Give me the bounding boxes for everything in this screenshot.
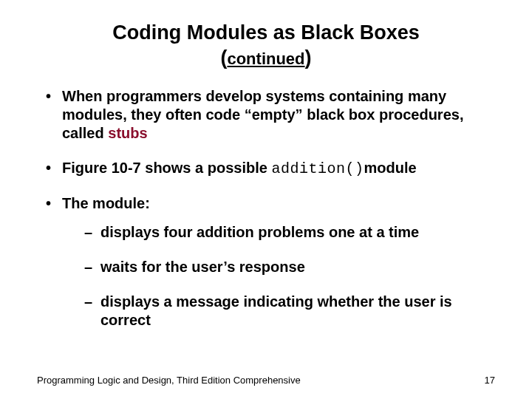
sub-2-text: waits for the user’s response xyxy=(100,259,305,275)
slide: Coding Modules as Black Boxes (continued… xyxy=(0,0,532,399)
footer-text: Programming Logic and Design, Third Edit… xyxy=(37,375,301,386)
page-number: 17 xyxy=(485,375,495,386)
slide-footer: Programming Logic and Design, Third Edit… xyxy=(37,375,495,386)
bullet-item-2: Figure 10-7 shows a possible addition()m… xyxy=(41,159,495,178)
subtitle-word: continued xyxy=(227,50,304,68)
bullet-3-text: The module: xyxy=(62,195,150,211)
sub-1-text: displays four addition problems one at a… xyxy=(100,224,419,240)
bullet-2-pre: Figure 10-7 shows a possible xyxy=(62,160,271,176)
bullet-item-3: The module: displays four addition probl… xyxy=(41,194,495,330)
title-subtitle: (continued) xyxy=(220,47,311,69)
term-stubs: stubs xyxy=(108,125,147,141)
bullet-2-post: module xyxy=(364,160,416,176)
title-line-1: Coding Modules as Black Boxes xyxy=(112,21,420,44)
sub-bullet-list: displays four addition problems one at a… xyxy=(81,223,495,330)
paren-close: ) xyxy=(305,47,312,69)
bullet-item-1: When programmers develop systems contain… xyxy=(41,87,495,143)
sub-3-text: displays a message indicating whether th… xyxy=(100,293,452,328)
sub-bullet-3: displays a message indicating whether th… xyxy=(81,293,495,330)
bullet-list: When programmers develop systems contain… xyxy=(41,87,495,330)
slide-title: Coding Modules as Black Boxes (continued… xyxy=(37,21,495,71)
sub-bullet-1: displays four addition problems one at a… xyxy=(81,223,495,242)
sub-bullet-2: waits for the user’s response xyxy=(81,258,495,276)
code-addition: addition() xyxy=(271,160,364,177)
